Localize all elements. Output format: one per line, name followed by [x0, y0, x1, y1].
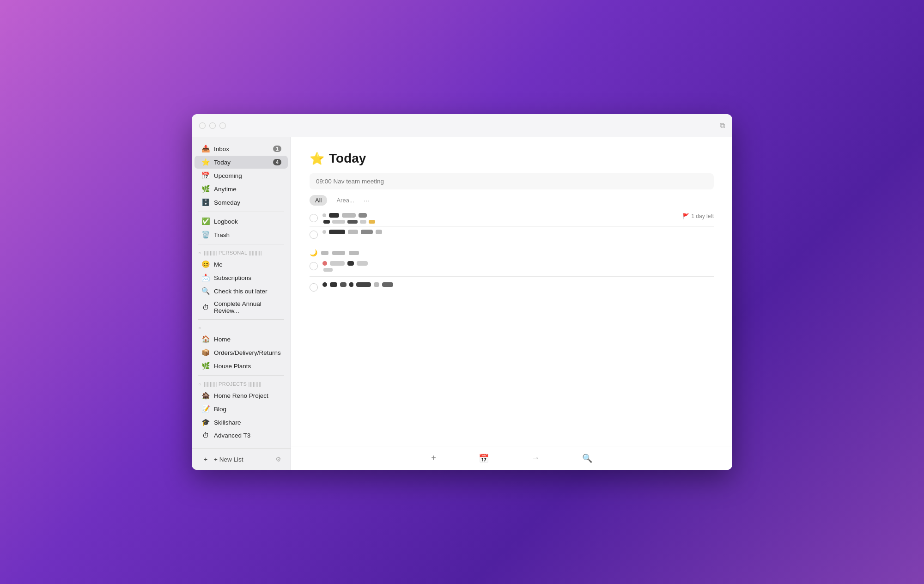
add-task-button[interactable]: +: [428, 450, 439, 466]
task-deadline: 🚩 1 day left: [682, 213, 714, 219]
divider4: [198, 375, 284, 376]
sidebar-item-label: Complete Annual Review...: [214, 300, 281, 314]
quick-entry-input[interactable]: [310, 173, 714, 189]
sidebar-item-trash[interactable]: 🗑️ Trash: [195, 228, 288, 241]
content-area: ⭐ Today All Area... ···: [291, 137, 732, 470]
sidebar-item-house-plants[interactable]: 🌿 House Plants: [195, 359, 288, 372]
filter-area-button[interactable]: Area...: [331, 195, 359, 206]
copy-icon[interactable]: ⧉: [720, 122, 725, 130]
maximize-button[interactable]: [219, 122, 226, 129]
content-header: ⭐ Today: [291, 137, 732, 166]
task-title-part: [349, 282, 353, 287]
task-title-part: [342, 213, 356, 218]
task-title-part: [382, 282, 393, 287]
sidebar-item-label: Advanced T3: [214, 432, 281, 439]
task-checkbox[interactable]: [310, 262, 318, 270]
divider3: [198, 319, 284, 320]
traffic-lights: [199, 122, 226, 129]
collapse-icon3: ○: [198, 382, 201, 387]
task-title-part: [357, 261, 368, 266]
sidebar-item-home[interactable]: 🏠 Home: [195, 333, 288, 346]
projects-section-header[interactable]: ○ ||||||||| PROJECTS |||||||||: [192, 378, 291, 389]
personal-section-header[interactable]: ○ ||||||||| PERSONAL |||||||||: [192, 247, 291, 257]
filter-more-button[interactable]: ···: [364, 196, 370, 204]
home-section-header[interactable]: ○: [192, 322, 291, 332]
deadline-flag-icon: 🚩: [682, 213, 689, 219]
search-button[interactable]: 🔍: [579, 450, 595, 466]
sidebar-item-label: House Plants: [214, 363, 281, 370]
today-icon: ⭐: [201, 158, 210, 166]
today-title: Today: [329, 151, 366, 166]
task-content: [322, 282, 714, 287]
table-row: [310, 227, 714, 242]
task-dot: [322, 282, 327, 287]
sidebar-item-label: Anytime: [214, 186, 281, 193]
task-checkbox[interactable]: [310, 231, 318, 239]
task-checkbox[interactable]: [310, 214, 318, 222]
personal-section-label: ||||||||| PERSONAL |||||||||: [204, 250, 261, 256]
sidebar-item-inbox[interactable]: 📥 Inbox 1: [195, 142, 288, 155]
task-sub-row: [323, 268, 714, 272]
sidebar-item-subscriptions[interactable]: 📩 Subscriptions: [195, 271, 288, 284]
sidebar-item-anytime[interactable]: 🌿 Anytime: [195, 182, 288, 195]
new-list-button[interactable]: + + New List ⚙: [195, 453, 288, 466]
sidebar-item-label: Skillshare: [214, 419, 281, 426]
sidebar-item-logbook[interactable]: ✅ Logbook: [195, 215, 288, 228]
task-title-part: [329, 213, 339, 218]
collapse-icon: ○: [198, 250, 201, 256]
house-plants-icon: 🌿: [201, 362, 210, 370]
task-main-row: [322, 230, 714, 234]
table-row: 🚩 1 day left: [310, 210, 714, 227]
task-subtitle-block: [323, 220, 330, 224]
task-group-2: [310, 258, 714, 294]
sidebar-item-upcoming[interactable]: 📅 Upcoming: [195, 169, 288, 182]
today-star-icon: ⭐: [310, 152, 324, 166]
upcoming-icon: 📅: [201, 171, 210, 180]
settings-icon[interactable]: ⚙: [275, 456, 281, 463]
app-window: ⧉ 📥 Inbox 1 ⭐ Today 4 📅: [192, 114, 732, 470]
moon-icon: 🌙: [310, 249, 317, 256]
home-reno-icon: 🏚️: [201, 391, 210, 400]
close-button[interactable]: [199, 122, 206, 129]
projects-section-label: ||||||||| PROJECTS |||||||||: [204, 381, 261, 387]
task-title-part: [347, 261, 354, 266]
task-checkbox[interactable]: [310, 283, 318, 292]
sidebar-item-label: Someday: [214, 199, 281, 206]
filter-all-button[interactable]: All: [310, 195, 327, 206]
sidebar-item-label: Orders/Delivery/Returns: [214, 349, 281, 356]
evening-label-block3: [349, 251, 359, 255]
filter-bar: All Area... ···: [291, 189, 732, 206]
titlebar: ⧉: [192, 114, 732, 137]
calendar-button[interactable]: 📅: [476, 450, 492, 466]
orders-icon: 📦: [201, 348, 210, 357]
task-tag: [369, 220, 375, 224]
page-title: ⭐ Today: [310, 151, 714, 166]
skillshare-icon: 🎓: [201, 418, 210, 426]
task-title-part: [359, 213, 367, 218]
sidebar-item-orders[interactable]: 📦 Orders/Delivery/Returns: [195, 346, 288, 359]
sidebar-item-label: Check this out later: [214, 288, 281, 295]
sidebar-item-check-this-out-later[interactable]: 🔍 Check this out later: [195, 285, 288, 298]
sidebar-item-someday[interactable]: 🗄️ Someday: [195, 196, 288, 209]
minimize-button[interactable]: [209, 122, 216, 129]
sidebar-item-home-reno[interactable]: 🏚️ Home Reno Project: [195, 389, 288, 402]
sidebar-item-label: Trash: [214, 231, 281, 238]
task-content: [322, 213, 682, 224]
table-row: [310, 258, 714, 277]
task-content: [322, 230, 714, 234]
sidebar-item-blog[interactable]: 📝 Blog: [195, 402, 288, 415]
sidebar: 📥 Inbox 1 ⭐ Today 4 📅 Upcoming 🌿: [192, 137, 291, 470]
sidebar-bottom: + + New List ⚙: [192, 448, 291, 470]
sidebar-item-complete-annual-review[interactable]: ⏱ Complete Annual Review...: [195, 298, 288, 316]
sidebar-item-skillshare[interactable]: 🎓 Skillshare: [195, 416, 288, 429]
inbox-badge: 1: [273, 146, 281, 152]
task-title-part: [376, 230, 382, 234]
sidebar-item-advanced-t3[interactable]: ⏱ Advanced T3: [195, 429, 288, 442]
task-title-part: [330, 261, 345, 266]
sidebar-item-me[interactable]: 😊 Me: [195, 258, 288, 271]
task-title-part: [348, 230, 358, 234]
navigate-button[interactable]: →: [529, 450, 542, 466]
subscriptions-icon: 📩: [201, 274, 210, 282]
sidebar-item-today[interactable]: ⭐ Today 4: [195, 156, 288, 169]
task-subtitle-block: [347, 220, 358, 224]
